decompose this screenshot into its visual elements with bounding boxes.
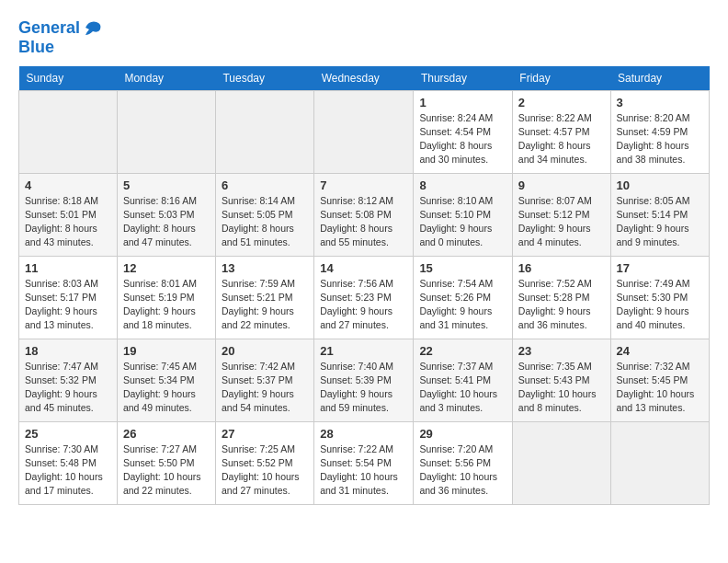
calendar-cell: 8Sunrise: 8:10 AMSunset: 5:10 PMDaylight… [414,173,512,256]
calendar-cell: 9Sunrise: 8:07 AMSunset: 5:12 PMDaylight… [512,173,610,256]
day-number: 15 [419,261,506,275]
day-detail: Sunrise: 7:56 AMSunset: 5:23 PMDaylight:… [320,277,407,333]
day-number: 18 [25,344,111,358]
day-detail: Sunrise: 7:25 AMSunset: 5:52 PMDaylight:… [222,442,308,499]
calendar-cell: 3Sunrise: 8:20 AMSunset: 4:59 PMDaylight… [610,90,709,173]
day-number: 26 [123,427,210,441]
calendar-cell: 4Sunrise: 8:18 AMSunset: 5:01 PMDaylight… [19,173,118,256]
calendar-cell: 29Sunrise: 7:20 AMSunset: 5:56 PMDayligh… [414,421,512,504]
calendar-cell [215,90,313,173]
day-detail: Sunrise: 8:16 AMSunset: 5:03 PMDaylight:… [123,194,210,250]
calendar-cell: 6Sunrise: 8:14 AMSunset: 5:05 PMDaylight… [215,173,313,256]
logo-blue: Blue [18,39,104,57]
calendar-cell: 20Sunrise: 7:42 AMSunset: 5:37 PMDayligh… [215,339,313,421]
calendar-cell [19,90,118,173]
day-detail: Sunrise: 7:49 AMSunset: 5:30 PMDaylight:… [617,277,703,333]
weekday-header-sunday: Sunday [19,66,118,91]
day-number: 22 [419,344,506,358]
logo: General Blue [18,18,104,57]
calendar-cell: 11Sunrise: 8:03 AMSunset: 5:17 PMDayligh… [19,256,118,339]
day-detail: Sunrise: 7:35 AMSunset: 5:43 PMDaylight:… [518,360,605,416]
calendar-cell: 26Sunrise: 7:27 AMSunset: 5:50 PMDayligh… [117,421,215,504]
calendar-cell [512,421,610,504]
day-number: 17 [617,261,703,275]
day-detail: Sunrise: 7:27 AMSunset: 5:50 PMDaylight:… [123,442,210,499]
day-detail: Sunrise: 7:40 AMSunset: 5:39 PMDaylight:… [320,360,407,416]
day-detail: Sunrise: 8:24 AMSunset: 4:54 PMDaylight:… [419,111,506,167]
day-number: 8 [419,178,506,192]
calendar-body: 1Sunrise: 8:24 AMSunset: 4:54 PMDaylight… [19,90,710,504]
calendar-cell: 5Sunrise: 8:16 AMSunset: 5:03 PMDaylight… [117,173,215,256]
day-detail: Sunrise: 7:20 AMSunset: 5:56 PMDaylight:… [419,442,506,499]
day-number: 9 [518,178,605,192]
calendar-cell: 22Sunrise: 7:37 AMSunset: 5:41 PMDayligh… [414,339,512,421]
calendar-cell: 15Sunrise: 7:54 AMSunset: 5:26 PMDayligh… [414,256,512,339]
calendar-cell: 18Sunrise: 7:47 AMSunset: 5:32 PMDayligh… [19,339,118,421]
calendar-cell: 16Sunrise: 7:52 AMSunset: 5:28 PMDayligh… [512,256,610,339]
day-number: 13 [222,261,308,275]
calendar-cell [314,90,414,173]
day-number: 27 [222,427,308,441]
day-number: 4 [25,178,111,192]
day-number: 3 [617,96,703,109]
day-detail: Sunrise: 8:03 AMSunset: 5:17 PMDaylight:… [25,277,111,333]
week-row-4: 18Sunrise: 7:47 AMSunset: 5:32 PMDayligh… [19,339,710,421]
weekday-header-saturday: Saturday [610,66,709,91]
day-detail: Sunrise: 7:45 AMSunset: 5:34 PMDaylight:… [123,360,210,416]
calendar-cell [117,90,215,173]
calendar-cell [610,421,709,504]
weekday-header-wednesday: Wednesday [314,66,414,91]
day-detail: Sunrise: 8:18 AMSunset: 5:01 PMDaylight:… [25,194,111,250]
day-number: 19 [123,344,210,358]
week-row-5: 25Sunrise: 7:30 AMSunset: 5:48 PMDayligh… [19,421,710,504]
calendar-cell: 25Sunrise: 7:30 AMSunset: 5:48 PMDayligh… [19,421,118,504]
day-detail: Sunrise: 8:10 AMSunset: 5:10 PMDaylight:… [419,194,506,250]
calendar-cell: 14Sunrise: 7:56 AMSunset: 5:23 PMDayligh… [314,256,414,339]
day-number: 11 [25,261,111,275]
day-detail: Sunrise: 8:05 AMSunset: 5:14 PMDaylight:… [617,194,703,250]
day-number: 1 [419,96,506,109]
day-detail: Sunrise: 7:37 AMSunset: 5:41 PMDaylight:… [419,360,506,416]
day-detail: Sunrise: 8:20 AMSunset: 4:59 PMDaylight:… [617,111,703,167]
day-number: 2 [518,96,605,109]
weekday-header-thursday: Thursday [414,66,512,91]
day-number: 29 [419,427,506,441]
day-number: 23 [518,344,605,358]
page-header: General Blue [18,18,710,57]
day-detail: Sunrise: 7:47 AMSunset: 5:32 PMDaylight:… [25,360,111,416]
calendar-cell: 21Sunrise: 7:40 AMSunset: 5:39 PMDayligh… [314,339,414,421]
weekday-header-friday: Friday [512,66,610,91]
day-detail: Sunrise: 7:59 AMSunset: 5:21 PMDaylight:… [222,277,308,333]
calendar-cell: 17Sunrise: 7:49 AMSunset: 5:30 PMDayligh… [610,256,709,339]
calendar-cell: 10Sunrise: 8:05 AMSunset: 5:14 PMDayligh… [610,173,709,256]
week-row-3: 11Sunrise: 8:03 AMSunset: 5:17 PMDayligh… [19,256,710,339]
day-number: 24 [617,344,703,358]
day-number: 5 [123,178,210,192]
week-row-1: 1Sunrise: 8:24 AMSunset: 4:54 PMDaylight… [19,90,710,173]
calendar-cell: 1Sunrise: 8:24 AMSunset: 4:54 PMDaylight… [414,90,512,173]
logo-bird-icon [82,17,104,39]
day-detail: Sunrise: 7:42 AMSunset: 5:37 PMDaylight:… [222,360,308,416]
calendar-cell: 13Sunrise: 7:59 AMSunset: 5:21 PMDayligh… [215,256,313,339]
weekday-header-monday: Monday [117,66,215,91]
calendar-cell: 28Sunrise: 7:22 AMSunset: 5:54 PMDayligh… [314,421,414,504]
calendar-cell: 2Sunrise: 8:22 AMSunset: 4:57 PMDaylight… [512,90,610,173]
calendar-cell: 24Sunrise: 7:32 AMSunset: 5:45 PMDayligh… [610,339,709,421]
calendar-table: SundayMondayTuesdayWednesdayThursdayFrid… [18,66,710,505]
calendar-cell: 7Sunrise: 8:12 AMSunset: 5:08 PMDaylight… [314,173,414,256]
week-row-2: 4Sunrise: 8:18 AMSunset: 5:01 PMDaylight… [19,173,710,256]
day-number: 21 [320,344,407,358]
calendar-cell: 27Sunrise: 7:25 AMSunset: 5:52 PMDayligh… [215,421,313,504]
day-number: 20 [222,344,308,358]
day-detail: Sunrise: 7:52 AMSunset: 5:28 PMDaylight:… [518,277,605,333]
weekday-header-row: SundayMondayTuesdayWednesdayThursdayFrid… [19,66,710,91]
day-detail: Sunrise: 8:01 AMSunset: 5:19 PMDaylight:… [123,277,210,333]
day-number: 25 [25,427,111,441]
calendar-cell: 19Sunrise: 7:45 AMSunset: 5:34 PMDayligh… [117,339,215,421]
day-number: 6 [222,178,308,192]
logo-general: General [18,18,80,37]
day-detail: Sunrise: 8:22 AMSunset: 4:57 PMDaylight:… [518,111,605,167]
calendar-cell: 23Sunrise: 7:35 AMSunset: 5:43 PMDayligh… [512,339,610,421]
calendar-cell: 12Sunrise: 8:01 AMSunset: 5:19 PMDayligh… [117,256,215,339]
day-detail: Sunrise: 7:22 AMSunset: 5:54 PMDaylight:… [320,442,407,499]
